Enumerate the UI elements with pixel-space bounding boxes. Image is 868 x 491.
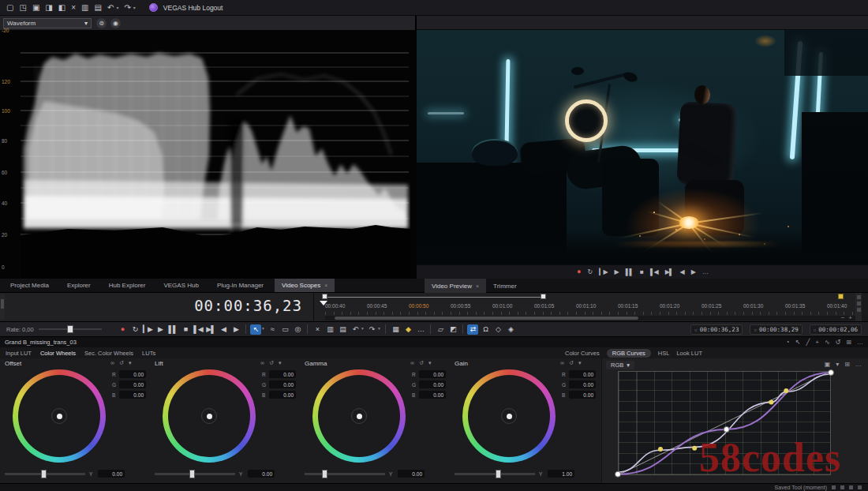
go-to-start-button[interactable]: ▌◀	[193, 324, 204, 335]
color-wheel[interactable]	[312, 369, 406, 463]
new-project-icon[interactable]: ▢	[6, 4, 13, 12]
undo-dropdown[interactable]: ▾	[360, 325, 365, 333]
add-point-icon[interactable]: +	[815, 339, 819, 346]
luma-value-field[interactable]: 0.00	[98, 470, 125, 478]
close-icon[interactable]: ×	[324, 283, 327, 288]
blue-value-field[interactable]: 0.00	[119, 391, 146, 399]
zoom-out-button[interactable]: −	[841, 314, 845, 321]
vegas-hub-logout-label[interactable]: VEGAS Hub Logout	[163, 4, 223, 12]
gtab-sec-color-wheels[interactable]: Sec. Color Wheels	[84, 350, 133, 357]
save-project-icon[interactable]: ▣	[32, 4, 39, 12]
curve-node-white[interactable]	[615, 471, 621, 477]
cut-icon[interactable]: ×	[71, 4, 76, 12]
green-value-field[interactable]: 0.00	[569, 380, 596, 388]
tab-plugin-manager[interactable]: Plug-In Manager	[210, 279, 275, 292]
luma-value-field[interactable]: 1.00	[548, 470, 574, 478]
luma-slider[interactable]	[5, 473, 85, 475]
event-pan-crop-button[interactable]: ▱	[435, 324, 446, 335]
more-tools-button[interactable]: …	[415, 324, 426, 335]
project-properties-button[interactable]: ▦	[390, 324, 401, 335]
undo-dropdown-icon[interactable]: ▾	[116, 6, 118, 10]
redo-dropdown-icon[interactable]: ▾	[133, 6, 136, 10]
ignore-grouping-button[interactable]: ◈	[505, 324, 516, 335]
wheel-link-icon[interactable]: ∞	[260, 360, 264, 366]
current-timecode[interactable]: 00:00:36,23	[194, 297, 302, 314]
selection-end-timecode[interactable]: ▫ 00:00:38,29	[750, 324, 802, 335]
status-icon[interactable]	[840, 485, 844, 489]
wheel-menu-icon[interactable]: ▾	[578, 360, 582, 366]
loop-region-marker[interactable]	[541, 294, 546, 299]
curve-menu-icon[interactable]: …	[855, 361, 862, 368]
wheel-center-dot[interactable]	[507, 414, 512, 419]
timeline-marker[interactable]	[838, 294, 844, 299]
curve-plot[interactable]	[618, 371, 831, 475]
wheel-menu-icon[interactable]: ▾	[428, 360, 432, 366]
status-icon[interactable]	[832, 485, 836, 489]
curve-node-yellow[interactable]	[784, 388, 788, 393]
blue-value-field[interactable]: 0.00	[569, 391, 596, 399]
redo-icon[interactable]: ↷	[124, 4, 130, 12]
pen-icon[interactable]: ╱	[806, 339, 810, 346]
play-button[interactable]: ▶	[155, 324, 166, 335]
track-scrollbar[interactable]	[0, 294, 5, 320]
wheel-reset-icon[interactable]: ↺	[269, 360, 274, 366]
selection-tool-button[interactable]: ▭	[279, 324, 290, 335]
scope-settings-button[interactable]: ⊚	[96, 18, 107, 28]
project-properties-icon[interactable]: ◧	[58, 4, 65, 12]
red-value-field[interactable]: 0.00	[119, 370, 146, 378]
gtab-input-lut[interactable]: Input LUT	[6, 350, 32, 357]
wheel-center-dot[interactable]	[57, 414, 62, 419]
loop-playback-button[interactable]: ↻	[129, 324, 140, 335]
stop-button[interactable]: ■	[180, 324, 191, 335]
status-icon[interactable]	[858, 485, 862, 489]
sep-2[interactable]	[307, 324, 308, 334]
paste-button[interactable]: ▤	[337, 324, 348, 335]
go-to-start-button[interactable]: ▌◀	[650, 269, 658, 275]
rate-slider[interactable]	[39, 328, 102, 330]
tab-video-preview[interactable]: Video Preview ×	[425, 279, 486, 293]
zoom-in-button[interactable]: +	[848, 314, 852, 321]
scope-brightness-button[interactable]: ◉	[110, 18, 121, 28]
luma-value-field[interactable]: 0.00	[398, 470, 425, 478]
status-icon[interactable]	[849, 485, 853, 489]
luma-slider-handle[interactable]	[322, 470, 327, 478]
wheel-link-icon[interactable]: ∞	[410, 360, 414, 366]
paste-icon[interactable]: ▤	[95, 4, 102, 12]
play-button[interactable]: ▶	[615, 269, 619, 275]
go-to-end-button[interactable]: ▶▌	[665, 269, 673, 275]
green-value-field[interactable]: 0.00	[269, 380, 296, 388]
sep-5[interactable]	[462, 324, 463, 334]
go-to-end-button[interactable]: ▶▌	[205, 324, 216, 335]
blue-value-field[interactable]: 0.00	[269, 391, 296, 399]
wheel-menu-icon[interactable]: ▾	[279, 360, 282, 366]
next-frame-button[interactable]: ▶	[691, 269, 695, 275]
record-button[interactable]: ●	[577, 268, 580, 275]
luma-slider-handle[interactable]	[189, 470, 195, 478]
color-wheel[interactable]	[13, 369, 106, 463]
luma-value-field[interactable]: 0.00	[248, 470, 275, 478]
ruler-side-buttons[interactable]	[855, 293, 862, 321]
add-node-icon[interactable]: ⊞	[844, 361, 850, 368]
undo-icon[interactable]: ↶	[107, 4, 114, 12]
rate-slider-handle[interactable]	[67, 325, 73, 333]
lock-envelopes-button[interactable]: ◇	[492, 324, 503, 335]
copy-button[interactable]: ▥	[324, 324, 335, 335]
loop-playback-button[interactable]: ↻	[588, 269, 593, 275]
render-as-icon[interactable]: ◨	[45, 4, 52, 12]
pointer-icon[interactable]: ↖	[795, 339, 801, 346]
gtab-color-curves[interactable]: Color Curves	[565, 350, 600, 357]
snapping-button[interactable]: Ω	[480, 324, 491, 335]
edit-tool-dropdown[interactable]: ▾	[260, 325, 265, 333]
prev-frame-button[interactable]: ◀	[680, 269, 684, 275]
normal-edit-tool-button[interactable]: ↖	[250, 324, 261, 335]
tab-trimmer[interactable]: Trimmer	[486, 279, 527, 293]
curve-node-white[interactable]	[829, 369, 834, 375]
loop-region-marker[interactable]	[322, 294, 327, 299]
curve-node-yellow[interactable]	[769, 400, 773, 405]
gtab-rgb-curves[interactable]: RGB Curves	[607, 349, 651, 358]
pause-button[interactable]: ▌▌	[167, 324, 178, 335]
redo-button[interactable]: ↷	[366, 324, 377, 335]
luma-slider[interactable]	[455, 473, 535, 475]
timeline-hscrollbar[interactable]	[325, 316, 868, 320]
auto-ripple-button[interactable]: ⇄	[467, 324, 478, 335]
